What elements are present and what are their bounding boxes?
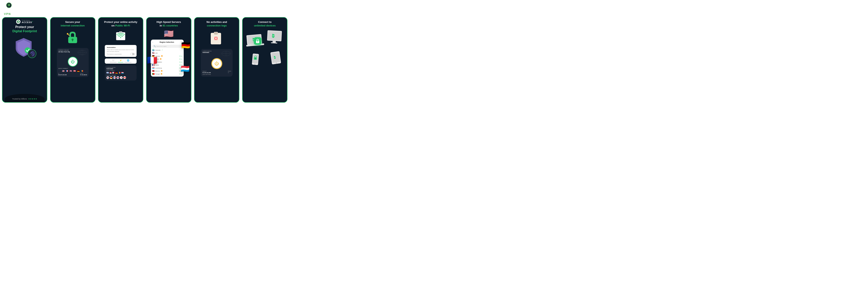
card4-header: High Speed Servers in 91 countries bbox=[154, 18, 183, 28]
flag-il[interactable]: 🇮🇱 bbox=[106, 72, 109, 74]
search-icon: 🔍 bbox=[154, 46, 156, 47]
app-logo-text: VPN bbox=[4, 12, 11, 16]
fav-flag-1[interactable]: 🇺🇸 bbox=[106, 76, 109, 79]
flag-fr[interactable]: 🇫🇷 bbox=[65, 70, 69, 72]
flag-de[interactable]: 🇩🇪 bbox=[77, 70, 80, 72]
region-item-automatic[interactable]: 🌍 Automatic ✓ bbox=[152, 49, 183, 52]
svg-rect-15 bbox=[72, 40, 73, 41]
power-button-green[interactable]: ⏻ bbox=[68, 57, 78, 67]
shield-illustration bbox=[13, 36, 37, 58]
svg-point-5 bbox=[8, 4, 9, 5]
power-icon: ⏻ bbox=[71, 59, 75, 64]
ip-info: IP 86.107.224.230 VPN IP 37.19.198.52 bbox=[58, 73, 87, 75]
lock-3d-icon bbox=[65, 30, 80, 46]
region-item-usa[interactable]: 🇺🇸 USA bbox=[152, 52, 183, 55]
region-selection-header: ← Region Selection ⋮ bbox=[152, 41, 183, 43]
back-button[interactable]: ← bbox=[152, 41, 154, 43]
flag-mc[interactable]: 🇲🇨 bbox=[110, 72, 112, 74]
card5-ip-info: Public IP 81.218.112.166 VPN IP — bbox=[203, 71, 231, 73]
floating-lock-badge bbox=[254, 37, 261, 45]
card-secure-connection: Secure your internet connection bbox=[50, 17, 95, 103]
card2-body: CURRENT REGION US New York City ⏻ QUICK bbox=[51, 28, 95, 102]
vpn-logo-icon bbox=[4, 2, 14, 12]
fingerprint-badge bbox=[28, 49, 37, 58]
flag-ad[interactable]: 🇦🇩 bbox=[118, 72, 121, 74]
svg-rect-9 bbox=[18, 22, 19, 23]
phone-nav-row: 🛡 VPN Kill Switch ⚡ Automation 🌐 Private… bbox=[105, 59, 136, 64]
card1-headline: Protect your Digital Footprint bbox=[12, 25, 37, 33]
current-region-label: CURRENT REGION bbox=[58, 50, 70, 51]
fav-servers-label: FAVORITE SERVERS bbox=[106, 74, 135, 76]
svg-point-18 bbox=[67, 33, 68, 34]
no-logs-icon bbox=[209, 30, 225, 47]
card3-phone-screen: CURRENT REGION Automatic QUICK CONNECT 🇮… bbox=[105, 65, 136, 81]
region-item-luxembourg[interactable]: 🇱🇺 Luxembourg 58 ms bbox=[152, 66, 183, 69]
card-high-speed: High Speed Servers in 91 countries 🇺🇸 🇩🇪… bbox=[146, 17, 191, 103]
card1-body: Private Internet ACCESS® Protect your Di… bbox=[2, 18, 47, 102]
svg-rect-3 bbox=[8, 7, 9, 8]
flag-gb[interactable]: 🇬🇧 bbox=[69, 70, 72, 72]
nav-private-browser[interactable]: 🌐 Private Browser bbox=[125, 59, 132, 63]
card5-map bbox=[221, 51, 231, 57]
svg-rect-44 bbox=[271, 42, 277, 43]
flag-de2[interactable]: 🇩🇪 bbox=[115, 72, 118, 74]
wifi-3d-icon bbox=[114, 30, 128, 42]
automation-toggle-row: This feature is experimental. bbox=[107, 53, 134, 55]
flag-at[interactable]: 🇦🇹 bbox=[73, 70, 76, 72]
fav-flag-4[interactable]: 🇬🇧 bbox=[117, 76, 119, 79]
portugal-flag: 🇵🇹 bbox=[152, 73, 154, 75]
usa-flag: 🇺🇸 bbox=[152, 52, 154, 54]
region-item-portugal[interactable]: 🇵🇹 Portugal 📶 60 ms bbox=[152, 72, 183, 75]
fav-flag-3[interactable]: 🇫🇷 bbox=[113, 76, 116, 79]
search-region-bar[interactable]: 🔍 Search for a region bbox=[152, 45, 183, 48]
card5-header: No activities and connection logs bbox=[204, 18, 229, 28]
region-item-morocco[interactable]: 🇲🇦 Morocco 📶 59 ms bbox=[152, 69, 183, 72]
flag-lu[interactable]: 🇱🇺 bbox=[121, 72, 124, 74]
nav-automation[interactable]: ⚡ Automation bbox=[118, 59, 123, 63]
app-logo-area: VPN bbox=[0, 0, 289, 17]
power-button-yellow[interactable]: ⏻ bbox=[211, 58, 222, 69]
map-bg bbox=[77, 50, 87, 56]
trusted-row: Trusted by Millions ★★★★★ bbox=[12, 98, 37, 100]
signal-icon: 📶 bbox=[161, 55, 163, 57]
fav-flag-5[interactable]: 🇯🇵 bbox=[120, 76, 123, 79]
luxembourg-flag: 🇱🇺 bbox=[152, 67, 154, 69]
svg-line-16 bbox=[68, 34, 69, 35]
france-flag-float: 🇫🇷 bbox=[147, 55, 157, 65]
svg-rect-31 bbox=[214, 32, 217, 34]
automation-icon: ⚡ bbox=[120, 59, 122, 61]
pia-logo-icon bbox=[16, 20, 21, 24]
tablet-device bbox=[270, 51, 281, 66]
browser-icon: 🌐 bbox=[127, 59, 129, 61]
automation-toggle[interactable] bbox=[130, 53, 134, 55]
svg-point-55 bbox=[257, 41, 258, 42]
nav-vpn-kill-switch[interactable]: 🛡 VPN Kill Switch bbox=[110, 59, 117, 63]
power-icon-yellow: ⏻ bbox=[215, 61, 219, 66]
card6-body bbox=[243, 28, 287, 102]
quick-settings-label: QUICK SETTINGS bbox=[203, 74, 231, 75]
card5-body: CURRENT REGION Automatic ⏻ Pu bbox=[194, 28, 239, 102]
card4-body: 🇺🇸 🇩🇪 🇫🇷 🇱🇺 ← Region Selection ⋮ bbox=[147, 28, 191, 102]
flag-ro[interactable]: 🇷🇴 bbox=[81, 70, 84, 72]
cards-container: Private Internet ACCESS® Protect your Di… bbox=[0, 17, 289, 104]
card6-header: Connect to unlimited devices bbox=[251, 18, 278, 28]
fav-flag-6[interactable]: 🇨🇦 bbox=[123, 76, 126, 79]
card5-phone-screen: CURRENT REGION Automatic ⏻ Pu bbox=[201, 49, 232, 77]
fav-flag-2[interactable]: 🇩🇪 bbox=[110, 76, 113, 79]
card4-region-area: 🇩🇪 🇫🇷 🇱🇺 ← Region Selection ⋮ 🔍 S bbox=[151, 39, 187, 77]
card2-phone-screen: CURRENT REGION US New York City ⏻ QUICK bbox=[57, 48, 89, 77]
morocco-flag: 🇲🇦 bbox=[152, 70, 154, 72]
pia-logo-name: Private Internet ACCESS® bbox=[22, 20, 33, 24]
svg-rect-6 bbox=[9, 5, 9, 6]
card3-quick-connect: QUICK CONNECT bbox=[106, 70, 135, 71]
flag-row: 🇺🇸 🇫🇷 🇬🇧 🇦🇹 🇩🇪 🇷🇴 bbox=[58, 70, 87, 72]
flag-mt[interactable]: 🇲🇹 bbox=[112, 72, 115, 74]
automatic-icon: 🌍 bbox=[152, 49, 154, 51]
flag-us[interactable]: 🇺🇸 bbox=[62, 70, 65, 72]
card-digital-footprint: Private Internet ACCESS® Protect your Di… bbox=[2, 17, 47, 103]
devices-illustration bbox=[245, 30, 285, 66]
current-region-value: US New York City bbox=[58, 51, 70, 53]
card-unlimited-devices: Connect to unlimited devices bbox=[242, 17, 287, 103]
card3-region-value: Automatic bbox=[106, 68, 115, 69]
svg-point-27 bbox=[120, 37, 121, 38]
